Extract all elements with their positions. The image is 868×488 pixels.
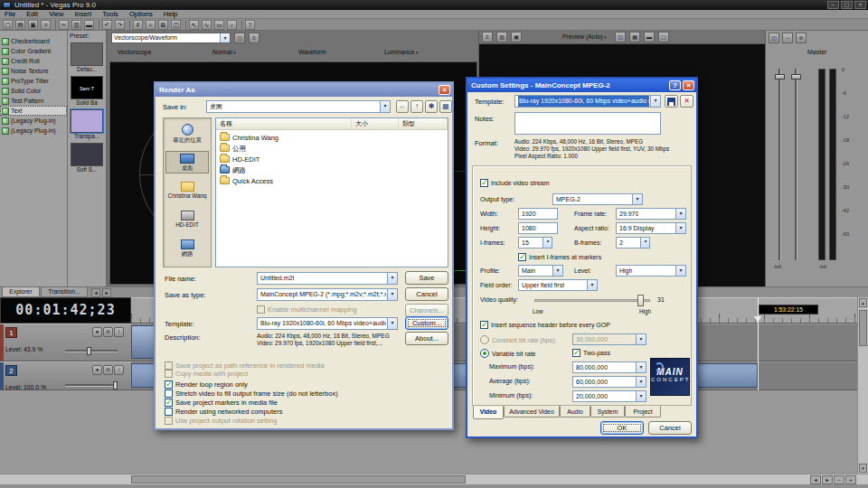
view-menu-icon[interactable]: ▦ <box>439 100 452 113</box>
menu-file[interactable]: File <box>0 10 20 18</box>
tab-advanced-video[interactable]: Advanced Video <box>504 406 560 418</box>
up-one-level-icon[interactable]: ↑ <box>410 100 423 113</box>
back-icon[interactable]: ← <box>396 100 409 113</box>
constant-bit-rate-dropdown[interactable]: 30,000,000 <box>572 333 646 345</box>
undo-button[interactable]: ↶ <box>102 20 112 30</box>
iframes-stepper[interactable]: 15 <box>518 237 552 249</box>
bframes-stepper[interactable]: 2 <box>616 237 650 249</box>
fader-thumb[interactable] <box>775 74 785 80</box>
normal-edit-tool-button[interactable]: ↖ <box>189 20 199 30</box>
scrollbar-thumb[interactable] <box>131 475 466 483</box>
master-downmix-button[interactable]: ◫ <box>769 33 779 43</box>
menu-view[interactable]: View <box>44 10 68 18</box>
dialog-titlebar[interactable]: Render As <box>156 83 452 97</box>
checkbox-two-pass[interactable]: Two-pass <box>572 349 610 357</box>
checkbox-include-video-stream[interactable]: Include video stream <box>480 179 550 187</box>
ignore-event-grouping-button[interactable]: ◫ <box>171 20 181 30</box>
checkbox-insert-iframes-markers[interactable]: Insert I-frames at markers <box>518 253 601 261</box>
whats-this-help-button[interactable]: ? <box>245 20 255 30</box>
master-fader-left[interactable] <box>778 69 781 260</box>
scroll-right-button[interactable]: ▸ <box>822 475 833 484</box>
record-arm-button[interactable]: ● <box>92 327 102 337</box>
save-in-dropdown[interactable]: 桌面 <box>206 100 391 113</box>
checkbox-render-loop-region[interactable]: Render loop region only <box>165 380 248 389</box>
tab-system[interactable]: System <box>590 406 625 418</box>
place-user[interactable]: Christina Wang <box>165 180 209 201</box>
help-icon[interactable] <box>669 80 681 90</box>
master-mute-button[interactable]: ⊘ <box>796 33 807 43</box>
video-output-properties-button[interactable]: ▣ <box>511 32 522 42</box>
plugin-item[interactable]: Test Pattern <box>0 96 67 106</box>
record-arm-button[interactable]: ● <box>92 365 102 375</box>
save-as-type-dropdown[interactable]: MainConcept MPEG-2 (*.mpg;*.m2v;*.m2t;*.… <box>257 288 398 301</box>
open-project-button[interactable]: ▤ <box>15 20 25 30</box>
checkbox-save-markers[interactable]: Save project markers in media file <box>165 399 278 407</box>
project-properties-button[interactable]: ≡ <box>41 20 51 30</box>
copy-snapshot-button[interactable]: ▬ <box>644 32 655 42</box>
close-button[interactable]: × <box>854 1 866 9</box>
about-button[interactable]: About... <box>405 332 448 345</box>
mute-button[interactable]: ⊘ <box>103 365 113 375</box>
scope-settings-button[interactable]: ≡ <box>249 33 259 43</box>
selection-edit-tool-button[interactable]: ▭ <box>214 20 224 30</box>
maximum-bps-dropdown[interactable]: 80,000,000 <box>572 361 646 373</box>
place-computer[interactable]: HD-EDIT <box>165 209 209 230</box>
plugin-item[interactable]: Color Gradient <box>0 46 67 56</box>
envelope-edit-tool-button[interactable]: ∿ <box>202 20 212 30</box>
preset-item[interactable]: Soft S... <box>70 143 104 174</box>
place-desktop[interactable]: 桌面 <box>165 151 209 174</box>
plugin-item[interactable]: (Legacy Plug-in) <box>0 116 67 126</box>
overlay-grid-button[interactable]: ▦ <box>629 32 640 42</box>
checkbox-copy-media[interactable]: Copy media with project <box>165 370 248 378</box>
plugin-item[interactable]: Checkerboard <box>0 36 67 46</box>
zoom-edit-tool-button[interactable]: ⌕ <box>227 20 237 30</box>
checkbox-output-rotation[interactable]: Use project output rotation setting <box>165 417 277 425</box>
minimum-bps-dropdown[interactable]: 20,000,000 <box>572 390 646 402</box>
save-project-button[interactable]: ▣ <box>28 20 38 30</box>
save-button[interactable]: Save <box>405 271 448 285</box>
preview-external-monitor-button[interactable]: ▥ <box>496 32 507 42</box>
radio-constant-bit-rate[interactable]: Constant bit rate (bps): <box>480 335 556 344</box>
preset-item[interactable]: Defau... <box>70 42 104 73</box>
channels-button[interactable]: Channels... <box>405 304 448 317</box>
tab-audio[interactable]: Audio <box>560 406 590 418</box>
delete-template-icon[interactable] <box>680 95 693 108</box>
cancel-button[interactable]: Cancel <box>648 421 692 435</box>
track-header-1[interactable]: 1 ● ⊘ ! Level: 43.9 % <box>0 324 131 361</box>
preset-item[interactable]: Sam T Solid Ba <box>70 76 104 107</box>
menu-help[interactable]: Help <box>159 10 182 18</box>
file-list-item[interactable]: 公用 <box>216 144 448 155</box>
tab-transitions[interactable]: Transition... <box>41 287 88 297</box>
custom-button[interactable]: Custom... <box>405 316 448 330</box>
dialog-titlebar[interactable]: Custom Settings - MainConcept MPEG-2 <box>467 79 696 92</box>
auto-ripple-button[interactable]: ≈ <box>146 20 156 30</box>
preset-item-selected[interactable]: Transpa... <box>70 109 104 140</box>
close-icon[interactable] <box>439 85 450 95</box>
frame-rate-dropdown[interactable]: 29.970 <box>616 208 686 220</box>
copy-button[interactable]: ▥ <box>71 20 81 30</box>
minimize-button[interactable]: – <box>827 1 839 9</box>
height-input[interactable]: 1080 <box>518 222 558 234</box>
column-type[interactable]: 類型 <box>399 118 448 130</box>
track-level-slider[interactable] <box>65 384 118 387</box>
solo-button[interactable]: ! <box>114 365 124 375</box>
plugin-item[interactable]: Noise Texture <box>0 66 67 76</box>
place-network[interactable]: 網路 <box>165 238 209 258</box>
scroll-down-button[interactable]: ▾ <box>859 464 867 473</box>
average-bps-dropdown[interactable]: 60,000,000 <box>572 376 646 388</box>
mute-button[interactable]: ⊘ <box>103 327 113 337</box>
scrollbar-thumb[interactable] <box>859 310 867 346</box>
menu-insert[interactable]: Insert <box>70 10 96 18</box>
maximize-button[interactable]: ▢ <box>841 1 853 9</box>
menu-edit[interactable]: Edit <box>22 10 42 18</box>
ok-button[interactable]: OK <box>600 421 644 435</box>
paste-button[interactable]: ▬ <box>84 20 94 30</box>
file-list-item[interactable]: HD-EDIT <box>216 155 448 165</box>
video-quality-slider[interactable] <box>534 295 650 306</box>
profile-dropdown[interactable]: Main <box>518 265 563 277</box>
scroll-left-button[interactable]: ◂ <box>810 475 821 484</box>
preview-quality-dropdown[interactable]: Preview (Auto) <box>562 33 606 40</box>
checkbox-insert-sequence-header[interactable]: Insert sequence header before every GOP <box>480 321 610 329</box>
level-dropdown[interactable]: High <box>616 265 686 277</box>
file-list-item[interactable]: Quick Access <box>216 176 448 187</box>
